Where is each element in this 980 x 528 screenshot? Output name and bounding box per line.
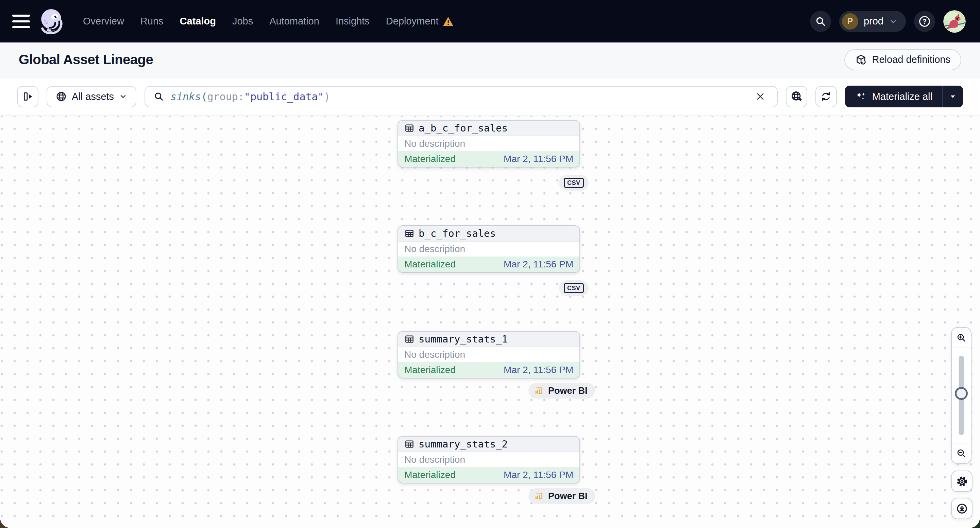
- nav-item-overview[interactable]: Overview: [83, 16, 124, 27]
- reload-cube-icon: [855, 54, 867, 66]
- nav-menu: Overview Runs Catalog Jobs Automation In…: [83, 16, 453, 27]
- asset-status-row: Materialized Mar 2, 11:56 PM: [398, 467, 579, 483]
- environment-switcher[interactable]: P prod: [839, 11, 906, 32]
- asset-scope-dropdown[interactable]: All assets: [46, 86, 136, 107]
- powerbi-label: Power BI: [548, 385, 590, 396]
- query-close-paren: ): [324, 91, 330, 103]
- status-badge: Materialized: [404, 365, 456, 376]
- asset-status-row: Materialized Mar 2, 11:56 PM: [398, 151, 579, 167]
- nav-item-label: Deployment: [386, 16, 439, 27]
- help-icon[interactable]: ?: [914, 11, 935, 32]
- materialization-timestamp[interactable]: Mar 2, 11:56 PM: [504, 365, 573, 376]
- download-image-icon[interactable]: [951, 498, 972, 519]
- asset-description: No description: [398, 242, 579, 256]
- nav-item-label: Automation: [269, 16, 319, 27]
- status-badge: Materialized: [404, 154, 456, 165]
- table-icon: [404, 334, 415, 344]
- powerbi-icon: [533, 385, 544, 396]
- asset-name: a_b_c_for_sales: [418, 122, 508, 134]
- reload-definitions-label: Reload definitions: [872, 54, 950, 65]
- nav-item-label: Runs: [140, 16, 164, 27]
- asset-node[interactable]: b_c_for_sales No description Materialize…: [398, 225, 580, 273]
- materialization-timestamp[interactable]: Mar 2, 11:56 PM: [504, 154, 573, 165]
- nav-item-catalog[interactable]: Catalog: [180, 16, 216, 27]
- asset-node-header: summary_stats_2: [398, 437, 579, 452]
- lineage-toolbar: All assets sinks(group:"public_data"): [0, 78, 980, 116]
- zoom-out-icon[interactable]: [952, 443, 971, 463]
- asset-node[interactable]: summary_stats_1 No description Materiali…: [398, 331, 580, 379]
- asset-selection-input[interactable]: sinks(group:"public_data"): [145, 86, 778, 107]
- zoom-control-panel: [951, 327, 972, 464]
- asset-description: No description: [398, 347, 579, 362]
- nav-item-runs[interactable]: Runs: [140, 16, 164, 27]
- dagster-logo-icon[interactable]: [38, 7, 67, 36]
- kind-tag-powerbi[interactable]: Power BI: [528, 488, 595, 504]
- asset-name: b_c_for_sales: [418, 228, 496, 239]
- clear-search-icon[interactable]: [752, 88, 769, 105]
- asset-node[interactable]: a_b_c_for_sales No description Materiali…: [398, 120, 580, 168]
- kind-tag-csv[interactable]: CSV: [559, 175, 589, 190]
- user-avatar[interactable]: [943, 10, 966, 33]
- asset-node-header: summary_stats_1: [398, 331, 579, 347]
- asset-status-row: Materialized Mar 2, 11:56 PM: [398, 362, 579, 378]
- environment-initial: P: [842, 13, 858, 30]
- hamburger-menu-button[interactable]: [12, 14, 30, 28]
- asset-status-row: Materialized Mar 2, 11:56 PM: [398, 257, 579, 272]
- asset-node-header: b_c_for_sales: [398, 226, 579, 242]
- nav-item-label: Catalog: [180, 16, 216, 27]
- materialize-all-group: Materialize all: [845, 86, 963, 107]
- nav-item-label: Overview: [83, 16, 124, 27]
- sparkles-icon: [854, 90, 867, 103]
- open-sidebar-button[interactable]: [17, 86, 38, 107]
- search-icon[interactable]: [810, 11, 831, 32]
- csv-icon: CSV: [564, 283, 584, 293]
- asset-description: No description: [398, 452, 579, 467]
- query-value: "public_data": [244, 91, 324, 103]
- page-title: Global Asset Lineage: [19, 52, 153, 67]
- nav-item-deployment[interactable]: Deployment: [386, 16, 453, 27]
- asset-name: summary_stats_1: [418, 333, 508, 345]
- search-icon: [153, 91, 164, 102]
- nav-item-insights[interactable]: Insights: [336, 16, 370, 27]
- kind-tag-csv[interactable]: CSV: [559, 280, 589, 296]
- materialization-timestamp[interactable]: Mar 2, 11:56 PM: [504, 469, 573, 480]
- lineage-graph-canvas[interactable]: a_b_c_for_sales No description Materiali…: [0, 116, 980, 528]
- status-badge: Materialized: [404, 259, 456, 270]
- kind-tag-powerbi[interactable]: Power BI: [528, 383, 595, 398]
- asset-node[interactable]: summary_stats_2 No description Materiali…: [398, 436, 580, 484]
- query-function: sinks: [170, 91, 201, 103]
- chevron-down-icon: [889, 17, 898, 26]
- asset-node-header: a_b_c_for_sales: [398, 121, 579, 136]
- reload-definitions-button[interactable]: Reload definitions: [844, 49, 961, 70]
- nav-item-jobs[interactable]: Jobs: [232, 16, 253, 27]
- zoom-slider[interactable]: [952, 348, 971, 443]
- asset-name: summary_stats_2: [418, 438, 508, 450]
- materialization-timestamp[interactable]: Mar 2, 11:56 PM: [504, 259, 573, 270]
- status-badge: Materialized: [404, 469, 456, 480]
- warning-icon: [443, 16, 453, 27]
- zoom-in-icon[interactable]: [952, 328, 971, 348]
- window-corner: [970, 518, 980, 528]
- view-global-lineage-icon[interactable]: [786, 86, 807, 107]
- top-nav: Overview Runs Catalog Jobs Automation In…: [0, 0, 980, 43]
- refresh-icon[interactable]: [815, 86, 837, 107]
- materialize-all-button[interactable]: Materialize all: [845, 86, 942, 107]
- asset-selection-query: sinks(group:"public_data"): [170, 91, 330, 103]
- page-header: Global Asset Lineage Reload definitions: [0, 43, 980, 78]
- query-open-paren: (: [201, 91, 207, 103]
- zoom-slider-thumb[interactable]: [955, 387, 968, 400]
- query-key: group:: [207, 91, 244, 103]
- table-icon: [404, 123, 415, 133]
- globe-icon: [56, 91, 67, 102]
- svg-text:?: ?: [923, 17, 927, 25]
- materialize-all-label: Materialize all: [872, 91, 932, 102]
- graph-settings-icon[interactable]: [951, 471, 972, 492]
- materialize-options-caret[interactable]: [943, 86, 963, 107]
- window-corner: [0, 518, 10, 528]
- powerbi-icon: [533, 491, 544, 501]
- powerbi-label: Power BI: [548, 491, 590, 501]
- environment-name: prod: [864, 16, 883, 27]
- nav-item-label: Insights: [336, 16, 370, 27]
- csv-icon: CSV: [564, 178, 584, 188]
- nav-item-automation[interactable]: Automation: [269, 16, 319, 27]
